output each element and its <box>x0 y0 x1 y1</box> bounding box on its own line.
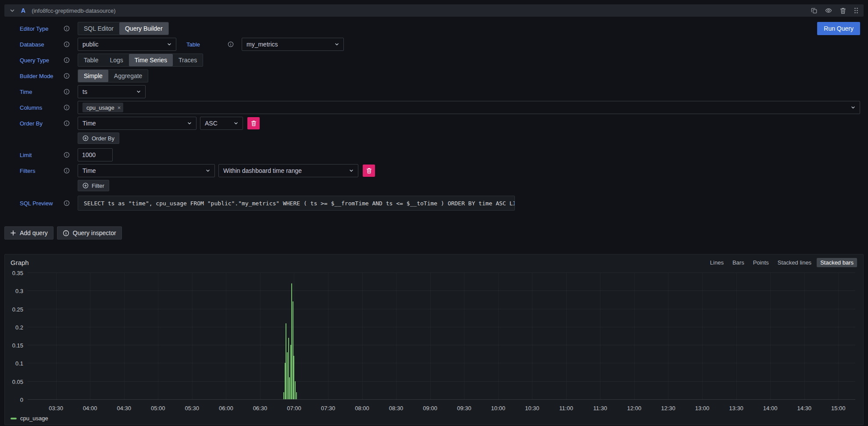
remove-column-icon[interactable]: × <box>118 105 121 111</box>
add-order-by-button[interactable]: Order By <box>78 132 119 144</box>
query-type-row: Query Type TableLogsTime SeriesTraces <box>20 54 860 67</box>
draw-mode-toggle-option-points[interactable]: Points <box>750 258 772 267</box>
x-gridline <box>226 273 226 400</box>
query-header: A (info8fcc-greptimedb-datasource) <box>4 4 864 17</box>
draw-mode-toggle-option-stacked-lines[interactable]: Stacked lines <box>774 258 815 267</box>
plot-area[interactable]: 00.050.10.150.20.250.30.3503:3004:0004:3… <box>28 273 855 400</box>
limit-input[interactable] <box>78 148 113 161</box>
query-editor-page: A (info8fcc-greptimedb-datasource) Edito… <box>0 4 868 426</box>
y-tick-label: 0.1 <box>15 360 23 367</box>
add-filter-button[interactable]: Filter <box>78 180 109 191</box>
x-tick-label: 03:30 <box>49 405 63 412</box>
run-query-button[interactable]: Run Query <box>817 22 860 35</box>
order-direction-select[interactable]: ASC <box>200 117 243 130</box>
info-icon[interactable] <box>228 41 234 47</box>
database-table-row: Database public Table my_metrics <box>20 38 860 51</box>
table-select[interactable]: my_metrics <box>242 38 344 51</box>
x-tick-label: 04:00 <box>83 405 97 412</box>
plus-icon <box>10 230 16 236</box>
field-label-text: Editor Type <box>20 25 49 32</box>
order-by-column-select[interactable]: Time <box>78 117 196 130</box>
y-tick-label: 0.2 <box>15 324 23 330</box>
field-label-text: SQL Preview <box>20 200 53 207</box>
x-tick-label: 13:30 <box>729 405 743 412</box>
builder-mode-toggle-option-aggregate[interactable]: Aggregate <box>108 70 148 82</box>
chevron-down-icon <box>205 168 211 173</box>
info-icon[interactable] <box>64 41 70 47</box>
x-tick-label: 14:00 <box>763 405 778 412</box>
toggle-visibility-icon[interactable] <box>825 7 832 14</box>
builder-mode-row: Builder Mode SimpleAggregate <box>20 69 860 82</box>
x-tick-label: 12:00 <box>627 405 642 412</box>
info-icon[interactable] <box>64 120 70 126</box>
y-gridline <box>28 327 855 327</box>
info-icon[interactable] <box>64 89 70 95</box>
x-gridline <box>260 273 261 400</box>
filter-condition-select[interactable]: Within dashboard time range <box>218 164 358 177</box>
y-tick-label: 0.3 <box>15 288 23 294</box>
x-tick-label: 13:00 <box>695 405 710 412</box>
delete-query-icon[interactable] <box>840 7 846 14</box>
query-inspector-label: Query inspector <box>73 229 116 236</box>
chevron-down-icon <box>233 121 239 126</box>
editor-type-toggle-option-query-builder[interactable]: Query Builder <box>119 22 168 35</box>
builder-mode-label: Builder Mode <box>20 73 78 79</box>
query-type-toggle-option-traces[interactable]: Traces <box>173 54 203 66</box>
x-tick-label: 09:00 <box>423 405 437 412</box>
x-gridline <box>430 273 431 400</box>
query-type-toggle-option-table[interactable]: Table <box>78 54 104 66</box>
draw-mode-toggle-option-bars[interactable]: Bars <box>729 258 748 267</box>
x-gridline <box>532 273 532 400</box>
editor-type-toggle: SQL EditorQuery Builder <box>78 22 169 35</box>
remove-filter-button[interactable] <box>363 165 375 177</box>
field-label-text: Limit <box>20 152 32 158</box>
legend-label: cpu_usage <box>20 415 48 422</box>
info-icon[interactable] <box>64 104 70 111</box>
collapse-chevron-icon[interactable] <box>10 8 15 13</box>
editor-type-row: Editor Type SQL EditorQuery Builder Run … <box>20 22 860 35</box>
y-gridline <box>28 309 855 309</box>
x-tick-label: 08:00 <box>355 405 369 412</box>
draw-mode-toggle-option-stacked-bars[interactable]: Stacked bars <box>817 258 857 267</box>
builder-mode-toggle-option-simple[interactable]: Simple <box>78 70 108 82</box>
info-icon[interactable] <box>64 25 70 32</box>
x-tick-label: 12:30 <box>661 405 675 412</box>
filter-column-value: Time <box>82 167 96 174</box>
info-icon[interactable] <box>64 152 70 158</box>
x-tick-label: 04:30 <box>117 405 131 412</box>
query-type-toggle-option-time-series[interactable]: Time Series <box>129 54 173 66</box>
field-label-text: Time <box>20 89 32 95</box>
info-icon[interactable] <box>64 73 70 79</box>
query-actions: Add query Query inspector <box>4 226 864 240</box>
remove-order-by-button[interactable] <box>247 117 260 129</box>
columns-multiselect[interactable]: cpu_usage × <box>78 101 860 114</box>
sql-preview-row: SQL Preview SELECT ts as "time", cpu_usa… <box>20 196 860 211</box>
filter-column-select[interactable]: Time <box>78 164 215 177</box>
add-query-button[interactable]: Add query <box>4 226 54 240</box>
add-query-label: Add query <box>20 229 48 236</box>
x-tick-label: 11:30 <box>593 405 607 412</box>
x-gridline <box>838 273 839 400</box>
database-select-value: public <box>82 41 99 48</box>
limit-row: Limit <box>20 148 860 161</box>
draw-mode-toggle-option-lines[interactable]: Lines <box>707 258 727 267</box>
info-icon[interactable] <box>64 200 70 206</box>
info-icon[interactable] <box>64 168 70 174</box>
legend-item-cpu-usage[interactable]: cpu_usage <box>11 415 48 422</box>
query-name[interactable]: A <box>21 7 25 14</box>
table-label: Table <box>186 41 242 48</box>
y-gridline <box>28 290 855 291</box>
limit-label: Limit <box>20 152 78 158</box>
query-inspector-button[interactable]: Query inspector <box>57 226 122 240</box>
query-header-actions <box>811 7 858 14</box>
time-column-select[interactable]: ts <box>78 85 146 98</box>
query-type-toggle-option-logs[interactable]: Logs <box>104 54 129 66</box>
editor-type-toggle-option-sql-editor[interactable]: SQL Editor <box>78 22 119 35</box>
duplicate-query-icon[interactable] <box>811 7 817 14</box>
info-icon[interactable] <box>64 57 70 63</box>
field-label-text: Order By <box>20 120 43 127</box>
database-select[interactable]: public <box>78 38 176 51</box>
drag-handle-icon[interactable] <box>854 7 858 14</box>
add-order-by-label: Order By <box>92 135 114 142</box>
query-type-toggle: TableLogsTime SeriesTraces <box>78 54 203 67</box>
